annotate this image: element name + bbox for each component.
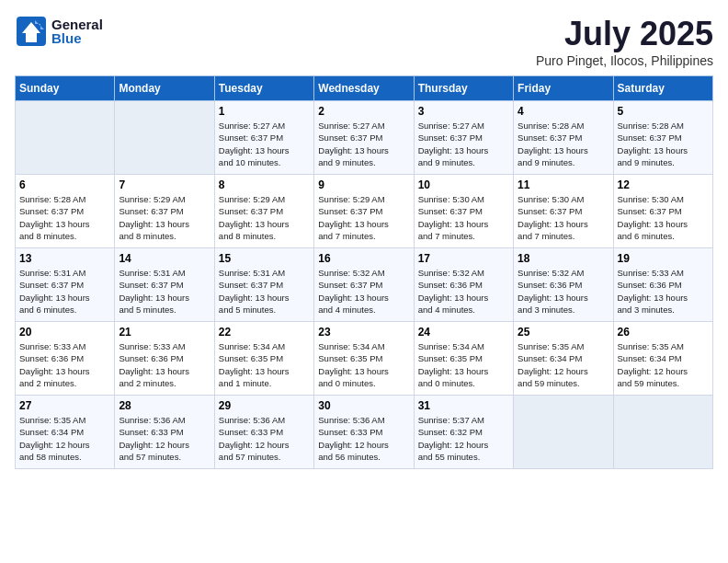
logo-icon <box>15 15 48 48</box>
header-row: SundayMondayTuesdayWednesdayThursdayFrid… <box>16 76 713 101</box>
day-info: Sunrise: 5:32 AM Sunset: 6:37 PM Dayligh… <box>318 267 409 316</box>
calendar-cell: 8Sunrise: 5:29 AM Sunset: 6:37 PM Daylig… <box>214 175 313 248</box>
day-number: 8 <box>219 178 310 191</box>
calendar-cell <box>115 101 214 175</box>
day-info: Sunrise: 5:28 AM Sunset: 6:37 PM Dayligh… <box>19 193 110 242</box>
day-info: Sunrise: 5:33 AM Sunset: 6:36 PM Dayligh… <box>119 340 210 389</box>
day-number: 26 <box>618 326 709 339</box>
calendar-cell <box>514 396 613 469</box>
calendar-cell: 1Sunrise: 5:27 AM Sunset: 6:37 PM Daylig… <box>214 101 313 175</box>
day-number: 5 <box>618 105 709 118</box>
calendar-cell: 12Sunrise: 5:30 AM Sunset: 6:37 PM Dayli… <box>613 175 712 248</box>
calendar-cell: 24Sunrise: 5:34 AM Sunset: 6:35 PM Dayli… <box>414 322 513 396</box>
day-info: Sunrise: 5:36 AM Sunset: 6:33 PM Dayligh… <box>219 414 310 463</box>
day-info: Sunrise: 5:32 AM Sunset: 6:36 PM Dayligh… <box>418 267 509 316</box>
calendar-cell: 25Sunrise: 5:35 AM Sunset: 6:34 PM Dayli… <box>514 322 613 396</box>
day-number: 24 <box>418 326 509 339</box>
day-info: Sunrise: 5:34 AM Sunset: 6:35 PM Dayligh… <box>219 340 310 389</box>
calendar-table: SundayMondayTuesdayWednesdayThursdayFrid… <box>15 75 713 469</box>
day-number: 6 <box>19 178 110 191</box>
day-number: 7 <box>119 178 210 191</box>
day-info: Sunrise: 5:28 AM Sunset: 6:37 PM Dayligh… <box>618 120 709 168</box>
day-info: Sunrise: 5:29 AM Sunset: 6:37 PM Dayligh… <box>318 193 409 242</box>
page-header: General Blue July 2025 Puro Pinget, Iloc… <box>15 15 713 68</box>
day-info: Sunrise: 5:29 AM Sunset: 6:37 PM Dayligh… <box>219 193 310 242</box>
day-info: Sunrise: 5:30 AM Sunset: 6:37 PM Dayligh… <box>518 193 609 242</box>
day-number: 16 <box>318 252 409 265</box>
day-number: 13 <box>19 252 110 265</box>
calendar-cell: 14Sunrise: 5:31 AM Sunset: 6:37 PM Dayli… <box>115 248 214 322</box>
day-info: Sunrise: 5:31 AM Sunset: 6:37 PM Dayligh… <box>19 267 110 316</box>
day-number: 22 <box>219 326 310 339</box>
day-number: 19 <box>618 252 709 265</box>
day-info: Sunrise: 5:37 AM Sunset: 6:32 PM Dayligh… <box>418 414 509 463</box>
calendar-cell <box>16 101 115 175</box>
day-info: Sunrise: 5:27 AM Sunset: 6:37 PM Dayligh… <box>418 120 509 168</box>
day-info: Sunrise: 5:29 AM Sunset: 6:37 PM Dayligh… <box>119 193 210 242</box>
day-info: Sunrise: 5:28 AM Sunset: 6:37 PM Dayligh… <box>518 120 609 168</box>
day-number: 17 <box>418 252 509 265</box>
day-info: Sunrise: 5:27 AM Sunset: 6:37 PM Dayligh… <box>318 120 409 168</box>
calendar-cell: 22Sunrise: 5:34 AM Sunset: 6:35 PM Dayli… <box>214 322 313 396</box>
calendar-cell: 23Sunrise: 5:34 AM Sunset: 6:35 PM Dayli… <box>314 322 414 396</box>
day-number: 15 <box>219 252 310 265</box>
calendar-cell: 15Sunrise: 5:31 AM Sunset: 6:37 PM Dayli… <box>214 248 313 322</box>
calendar-week-1: 1Sunrise: 5:27 AM Sunset: 6:37 PM Daylig… <box>16 101 713 175</box>
day-number: 11 <box>518 178 609 191</box>
calendar-cell: 29Sunrise: 5:36 AM Sunset: 6:33 PM Dayli… <box>214 396 313 469</box>
day-number: 21 <box>119 326 210 339</box>
header-cell-thursday: Thursday <box>414 76 513 101</box>
day-number: 29 <box>219 399 310 412</box>
title-area: July 2025 Puro Pinget, Ilocos, Philippin… <box>536 15 713 68</box>
location: Puro Pinget, Ilocos, Philippines <box>536 53 713 68</box>
day-info: Sunrise: 5:30 AM Sunset: 6:37 PM Dayligh… <box>618 193 709 242</box>
day-number: 12 <box>618 178 709 191</box>
calendar-cell: 6Sunrise: 5:28 AM Sunset: 6:37 PM Daylig… <box>16 175 115 248</box>
logo-text: General Blue <box>51 17 103 46</box>
calendar-cell: 3Sunrise: 5:27 AM Sunset: 6:37 PM Daylig… <box>414 101 513 175</box>
calendar-cell: 31Sunrise: 5:37 AM Sunset: 6:32 PM Dayli… <box>414 396 513 469</box>
day-info: Sunrise: 5:31 AM Sunset: 6:37 PM Dayligh… <box>119 267 210 316</box>
header-cell-saturday: Saturday <box>613 76 712 101</box>
calendar-cell: 10Sunrise: 5:30 AM Sunset: 6:37 PM Dayli… <box>414 175 513 248</box>
calendar-week-4: 20Sunrise: 5:33 AM Sunset: 6:36 PM Dayli… <box>16 322 713 396</box>
calendar-cell: 13Sunrise: 5:31 AM Sunset: 6:37 PM Dayli… <box>16 248 115 322</box>
day-number: 31 <box>418 399 509 412</box>
calendar-cell: 7Sunrise: 5:29 AM Sunset: 6:37 PM Daylig… <box>115 175 214 248</box>
calendar-cell: 16Sunrise: 5:32 AM Sunset: 6:37 PM Dayli… <box>314 248 414 322</box>
header-cell-wednesday: Wednesday <box>314 76 414 101</box>
day-info: Sunrise: 5:35 AM Sunset: 6:34 PM Dayligh… <box>518 340 609 389</box>
day-number: 3 <box>418 105 509 118</box>
day-number: 20 <box>19 326 110 339</box>
header-cell-monday: Monday <box>115 76 214 101</box>
day-info: Sunrise: 5:33 AM Sunset: 6:36 PM Dayligh… <box>19 340 110 389</box>
calendar-cell: 18Sunrise: 5:32 AM Sunset: 6:36 PM Dayli… <box>514 248 613 322</box>
calendar-cell <box>613 396 712 469</box>
calendar-cell: 20Sunrise: 5:33 AM Sunset: 6:36 PM Dayli… <box>16 322 115 396</box>
logo-blue: Blue <box>51 30 103 46</box>
day-info: Sunrise: 5:34 AM Sunset: 6:35 PM Dayligh… <box>318 340 409 389</box>
calendar-week-5: 27Sunrise: 5:35 AM Sunset: 6:34 PM Dayli… <box>16 396 713 469</box>
calendar-cell: 19Sunrise: 5:33 AM Sunset: 6:36 PM Dayli… <box>613 248 712 322</box>
day-number: 18 <box>518 252 609 265</box>
header-cell-tuesday: Tuesday <box>214 76 313 101</box>
calendar-week-3: 13Sunrise: 5:31 AM Sunset: 6:37 PM Dayli… <box>16 248 713 322</box>
day-info: Sunrise: 5:34 AM Sunset: 6:35 PM Dayligh… <box>418 340 509 389</box>
day-number: 2 <box>318 105 409 118</box>
header-cell-friday: Friday <box>514 76 613 101</box>
calendar-cell: 11Sunrise: 5:30 AM Sunset: 6:37 PM Dayli… <box>514 175 613 248</box>
day-info: Sunrise: 5:35 AM Sunset: 6:34 PM Dayligh… <box>618 340 709 389</box>
calendar-cell: 4Sunrise: 5:28 AM Sunset: 6:37 PM Daylig… <box>514 101 613 175</box>
logo: General Blue <box>15 15 103 48</box>
day-number: 1 <box>219 105 310 118</box>
day-info: Sunrise: 5:27 AM Sunset: 6:37 PM Dayligh… <box>219 120 310 168</box>
calendar-cell: 28Sunrise: 5:36 AM Sunset: 6:33 PM Dayli… <box>115 396 214 469</box>
day-info: Sunrise: 5:36 AM Sunset: 6:33 PM Dayligh… <box>318 414 409 463</box>
calendar-cell: 26Sunrise: 5:35 AM Sunset: 6:34 PM Dayli… <box>613 322 712 396</box>
day-number: 9 <box>318 178 409 191</box>
calendar-header: SundayMondayTuesdayWednesdayThursdayFrid… <box>16 76 713 101</box>
calendar-cell: 30Sunrise: 5:36 AM Sunset: 6:33 PM Dayli… <box>314 396 414 469</box>
day-number: 4 <box>518 105 609 118</box>
calendar-cell: 9Sunrise: 5:29 AM Sunset: 6:37 PM Daylig… <box>314 175 414 248</box>
calendar-week-2: 6Sunrise: 5:28 AM Sunset: 6:37 PM Daylig… <box>16 175 713 248</box>
